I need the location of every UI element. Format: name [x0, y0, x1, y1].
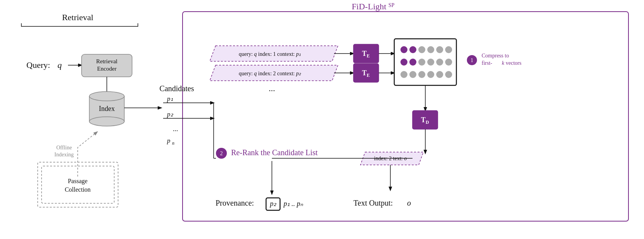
offline-indexing-label: Offline: [56, 145, 72, 151]
compress-label1: Compress to: [482, 53, 509, 59]
fidlight-label: FiD-Light: [352, 2, 386, 11]
svg-point-27: [418, 59, 425, 66]
svg-point-22: [427, 46, 434, 53]
svg-point-34: [427, 71, 434, 78]
query-label: Query:: [26, 60, 50, 70]
provenance-p2: p₂: [269, 200, 277, 208]
fidlight-superscript: SP: [388, 2, 395, 8]
p-dots: ...: [173, 125, 178, 133]
step1-circle: 1: [471, 57, 473, 63]
svg-point-30: [445, 59, 452, 66]
passage-collection-label2: Collection: [65, 186, 91, 193]
svg-point-26: [409, 59, 416, 66]
provenance-label: Provenance:: [216, 199, 254, 207]
encoder-label-line1: Retrieval: [96, 58, 118, 64]
provenance-rest: p₁ .. pₙ: [283, 200, 303, 208]
svg-point-32: [409, 71, 416, 78]
p2-label: p₂: [167, 111, 174, 118]
svg-point-28: [427, 59, 434, 66]
p1-label: p₁: [167, 95, 173, 102]
candidates-label: Candidates: [160, 84, 194, 93]
svg-point-35: [436, 71, 443, 78]
query-q: q: [57, 60, 62, 70]
svg-point-21: [418, 46, 425, 53]
index-label: Index: [99, 105, 115, 113]
svg-point-36: [445, 71, 452, 78]
svg-point-24: [445, 46, 452, 53]
text-output-label: Text Output:: [353, 199, 393, 208]
compress-vectors: vectors: [506, 60, 521, 66]
passage-collection-label1: Passage: [68, 178, 88, 185]
text-output-val: o: [407, 199, 411, 207]
svg-point-4: [89, 92, 124, 101]
compress-k: k: [502, 60, 505, 66]
pn-label: p: [167, 137, 171, 144]
pn-subscript: n: [172, 140, 174, 146]
svg-point-25: [400, 59, 407, 66]
retrieval-label: Retrieval: [62, 12, 94, 22]
step2-circle: 2: [220, 151, 223, 156]
svg-point-5: [89, 117, 124, 126]
svg-point-19: [400, 46, 407, 53]
rerank-label: Re-Rank the Candidate List: [231, 148, 318, 157]
compress-label2: first-: [482, 60, 493, 66]
svg-point-20: [409, 46, 416, 53]
offline-indexing-label2: Indexing: [54, 152, 74, 158]
svg-point-29: [436, 59, 443, 66]
row-dots: ...: [269, 83, 275, 93]
svg-point-23: [436, 46, 443, 53]
encoder-label-line2: Encoder: [97, 66, 117, 72]
svg-point-31: [400, 71, 407, 78]
row1-text: query: q index: 1 context: p₁: [239, 51, 301, 57]
row2-text: query: q index: 2 context: p₂: [239, 71, 301, 76]
diagram: Retrieval Query: q Retrieval Encoder Ind…: [0, 0, 644, 239]
svg-point-33: [418, 71, 425, 78]
